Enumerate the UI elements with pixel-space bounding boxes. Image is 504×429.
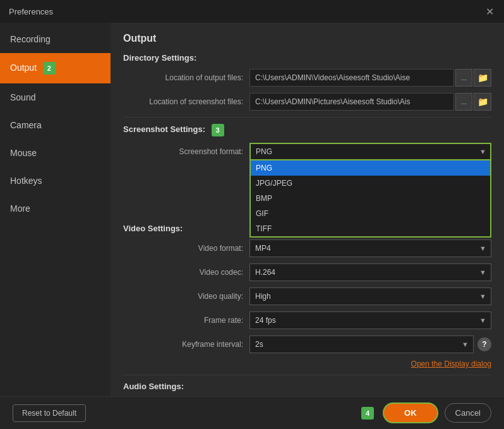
sidebar: Recording Output 2 Sound Camera Mouse Ho… <box>0 23 111 429</box>
screenshot-files-folder-button[interactable]: 📁 <box>474 93 491 111</box>
content-area: Output Directory Settings: Location of o… <box>111 23 504 429</box>
output-files-dots-button[interactable]: ... <box>455 69 472 87</box>
sidebar-item-recording[interactable]: Recording <box>0 25 111 53</box>
video-quality-dropdown[interactable]: High ▼ <box>249 287 491 305</box>
sidebar-label-mouse: Mouse <box>10 148 37 158</box>
output-files-label: Location of output files: <box>123 73 249 82</box>
video-codec-dropdown[interactable]: H.264 ▼ <box>249 263 491 281</box>
screenshot-settings-badge: 3 <box>212 124 224 136</box>
sidebar-label-hotkeys: Hotkeys <box>10 176 42 186</box>
screenshot-format-row: Screenshot format: PNG ▼ PNG JPG/JPEG BM… <box>123 143 491 160</box>
keyframe-help-button[interactable]: ? <box>477 337 491 351</box>
output-files-control: ... 📁 <box>249 69 491 87</box>
keyframe-label: Keyframe interval: <box>123 340 249 349</box>
main-layout: Recording Output 2 Sound Camera Mouse Ho… <box>0 23 504 429</box>
bottom-right-buttons: 4 OK Cancel <box>361 402 491 423</box>
directory-settings-title: Directory Settings: <box>123 53 491 63</box>
output-files-folder-button[interactable]: 📁 <box>474 69 491 87</box>
frame-rate-select[interactable]: 24 fps <box>249 311 491 329</box>
video-codec-row: Video codec: H.264 ▼ <box>123 263 491 281</box>
keyframe-dropdown[interactable]: 2s ▼ <box>249 335 474 353</box>
sidebar-label-output: Output <box>10 63 37 73</box>
open-display-dialog-link[interactable]: Open the Display dialog <box>123 360 491 368</box>
screenshot-files-row: Location of screenshot files: ... 📁 <box>123 93 491 111</box>
format-option-jpg[interactable]: JPG/JPEG <box>251 176 490 191</box>
format-option-tiff[interactable]: TIFF <box>251 221 490 236</box>
output-files-input[interactable] <box>249 69 454 87</box>
video-format-label: Video format: <box>123 244 249 253</box>
frame-rate-dropdown[interactable]: 24 fps ▼ <box>249 311 491 329</box>
screenshot-settings-title: Screenshot Settings: 3 <box>123 124 491 136</box>
bottom-bar: Reset to Default 4 OK Cancel <box>0 396 504 429</box>
video-format-dropdown[interactable]: MP4 ▼ <box>249 239 491 257</box>
screenshot-files-label: Location of screenshot files: <box>123 97 249 106</box>
page-title: Output <box>123 33 491 44</box>
close-button[interactable]: ✕ <box>484 6 495 17</box>
video-quality-label: Video quality: <box>123 292 249 301</box>
keyframe-control: 2s ▼ ? <box>249 335 491 353</box>
keyframe-select[interactable]: 2s <box>249 335 474 353</box>
keyframe-row: Keyframe interval: 2s ▼ ? <box>123 335 491 353</box>
output-files-row: Location of output files: ... 📁 <box>123 69 491 87</box>
ok-badge: 4 <box>361 407 374 420</box>
dropdown-chevron-icon: ▼ <box>479 148 486 155</box>
audio-settings-title: Audio Settings: <box>123 382 491 391</box>
screenshot-files-input[interactable] <box>249 93 454 111</box>
frame-rate-label: Frame rate: <box>123 316 249 325</box>
video-quality-row: Video quality: High ▼ <box>123 287 491 305</box>
screenshot-format-value[interactable]: PNG ▼ <box>249 143 491 160</box>
sidebar-label-camera: Camera <box>10 120 42 130</box>
format-option-bmp[interactable]: BMP <box>251 191 490 206</box>
sidebar-item-output[interactable]: Output 2 <box>0 53 111 83</box>
format-option-png[interactable]: PNG <box>251 160 490 176</box>
sidebar-label-recording: Recording <box>10 34 51 44</box>
video-quality-control: High ▼ <box>249 287 491 305</box>
frame-rate-row: Frame rate: 24 fps ▼ <box>123 311 491 329</box>
frame-rate-control: 24 fps ▼ <box>249 311 491 329</box>
screenshot-format-dropdown[interactable]: PNG ▼ PNG JPG/JPEG BMP GIF TIFF <box>249 143 491 160</box>
video-format-row: Video format: MP4 ▼ <box>123 239 491 257</box>
video-quality-select[interactable]: High <box>249 287 491 305</box>
video-format-control: MP4 ▼ <box>249 239 491 257</box>
reset-to-default-button[interactable]: Reset to Default <box>13 404 86 422</box>
sidebar-item-camera[interactable]: Camera <box>0 111 111 139</box>
video-codec-control: H.264 ▼ <box>249 263 491 281</box>
video-codec-select[interactable]: H.264 <box>249 263 491 281</box>
video-codec-label: Video codec: <box>123 268 249 277</box>
sidebar-item-more[interactable]: More <box>0 195 111 222</box>
format-option-gif[interactable]: GIF <box>251 206 490 221</box>
video-format-select[interactable]: MP4 <box>249 239 491 257</box>
sidebar-badge-output: 2 <box>43 62 56 75</box>
ok-button[interactable]: OK <box>383 402 438 423</box>
screenshot-format-label: Screenshot format: <box>123 147 249 156</box>
sidebar-label-sound: Sound <box>10 92 35 102</box>
screenshot-format-control: PNG ▼ PNG JPG/JPEG BMP GIF TIFF <box>249 143 491 160</box>
sidebar-item-sound[interactable]: Sound <box>0 83 111 111</box>
app-title: Preferences <box>9 7 53 16</box>
sidebar-label-more: More <box>10 203 30 214</box>
screenshot-files-dots-button[interactable]: ... <box>455 93 472 111</box>
title-bar: Preferences ✕ <box>0 0 504 23</box>
cancel-button[interactable]: Cancel <box>445 403 491 423</box>
sidebar-item-hotkeys[interactable]: Hotkeys <box>0 167 111 195</box>
sidebar-item-mouse[interactable]: Mouse <box>0 139 111 167</box>
screenshot-format-list: PNG JPG/JPEG BMP GIF TIFF <box>249 160 491 238</box>
screenshot-files-control: ... 📁 <box>249 93 491 111</box>
